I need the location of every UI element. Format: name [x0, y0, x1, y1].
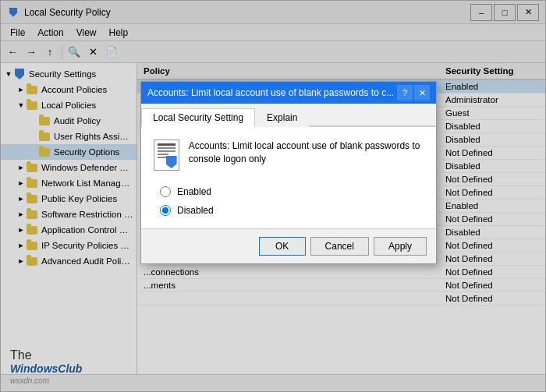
- main-window: Local Security Policy – □ ✕ File Action …: [0, 0, 546, 392]
- cancel-button[interactable]: Cancel: [310, 237, 369, 256]
- dialog-title-text: Accounts: Limit local account use of bla…: [147, 87, 397, 98]
- dialog: Accounts: Limit local account use of bla…: [140, 81, 437, 264]
- ok-button[interactable]: OK: [259, 237, 306, 256]
- apply-button[interactable]: Apply: [374, 237, 427, 256]
- icon-shield-overlay: [166, 156, 177, 168]
- dialog-close-button[interactable]: ✕: [414, 85, 430, 101]
- radio-enabled-label: Enabled: [177, 186, 211, 197]
- policy-document-icon: [154, 139, 179, 171]
- radio-disabled-label: Disabled: [177, 205, 214, 216]
- dialog-tabs: Local Security Setting Explain: [141, 104, 436, 127]
- radio-enabled-option[interactable]: Enabled: [160, 186, 424, 197]
- icon-line: [158, 147, 176, 149]
- dialog-policy-description: Accounts: Limit local account use of bla…: [189, 139, 424, 166]
- tab-local-security-setting[interactable]: Local Security Setting: [141, 108, 255, 127]
- radio-disabled[interactable]: [160, 205, 171, 216]
- tab-explain[interactable]: Explain: [255, 108, 309, 127]
- radio-disabled-option[interactable]: Disabled: [160, 205, 424, 216]
- dialog-help-button[interactable]: ?: [397, 85, 413, 101]
- radio-enabled[interactable]: [160, 186, 171, 197]
- icon-line-short: [158, 154, 168, 155]
- dialog-title-bar: Accounts: Limit local account use of bla…: [141, 82, 436, 104]
- dialog-title-buttons: ? ✕: [397, 85, 430, 101]
- icon-line: [158, 150, 176, 152]
- dialog-policy-header: Accounts: Limit local account use of bla…: [154, 139, 424, 171]
- dialog-content: Accounts: Limit local account use of bla…: [141, 127, 436, 228]
- dialog-options: Enabled Disabled: [160, 186, 424, 216]
- dialog-footer: OK Cancel Apply: [141, 228, 436, 263]
- dialog-overlay: Accounts: Limit local account use of bla…: [1, 1, 545, 391]
